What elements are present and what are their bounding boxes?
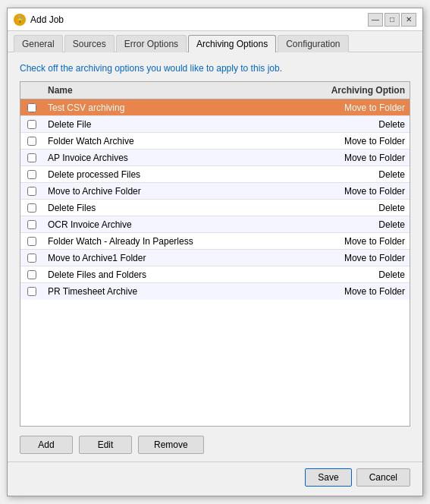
main-window: 🔒 Add Job — □ ✕ General Sources Error Op… xyxy=(7,8,423,496)
row-option: Delete xyxy=(303,200,410,216)
tab-configuration[interactable]: Configuration xyxy=(278,35,348,52)
row-name: Test CSV archiving xyxy=(43,100,303,115)
table-body: Test CSV archivingMove to FolderDelete F… xyxy=(20,99,410,300)
action-buttons: Add Edit Remove xyxy=(20,436,410,454)
row-checkbox-cell xyxy=(20,269,43,281)
header-name: Name xyxy=(43,82,303,99)
row-checkbox-cell xyxy=(20,202,43,214)
window-title: Add Job xyxy=(30,14,368,25)
table-row[interactable]: Delete Files and FoldersDelete xyxy=(20,266,410,283)
archiving-options-table: Name Archiving Option Test CSV archiving… xyxy=(20,81,410,427)
row-name: Move to Archive Folder xyxy=(43,184,303,199)
row-option: Delete xyxy=(303,167,410,182)
row-option: Delete xyxy=(303,117,410,132)
instruction-text: Check off the archiving options you woul… xyxy=(20,63,410,74)
row-option: Delete xyxy=(303,267,410,282)
remove-button[interactable]: Remove xyxy=(138,436,204,454)
row-option: Move to Folder xyxy=(303,184,410,199)
row-checkbox-cell xyxy=(20,118,43,131)
tab-archiving-options[interactable]: Archiving Options xyxy=(188,35,276,52)
title-bar: 🔒 Add Job — □ ✕ xyxy=(8,8,422,31)
row-option: Move to Folder xyxy=(303,234,410,249)
row-checkbox-cell xyxy=(20,235,43,247)
maximize-button[interactable]: □ xyxy=(384,13,400,27)
row-option: Move to Folder xyxy=(303,250,410,266)
row-checkbox[interactable] xyxy=(27,254,36,263)
table-row[interactable]: Delete FilesDelete xyxy=(20,200,410,216)
row-checkbox[interactable] xyxy=(27,137,36,146)
add-button[interactable]: Add xyxy=(20,436,73,454)
row-option: Move to Folder xyxy=(303,284,410,299)
table-row[interactable]: Folder Watch ArchiveMove to Folder xyxy=(20,133,410,150)
row-name: Move to Archive1 Folder xyxy=(43,250,303,266)
table-row[interactable]: Delete processed FilesDelete xyxy=(20,166,410,183)
table-header: Name Archiving Option xyxy=(20,82,410,99)
row-option: Move to Folder xyxy=(303,150,410,165)
tab-content: Check off the archiving options you woul… xyxy=(8,52,422,461)
row-checkbox[interactable] xyxy=(27,187,36,196)
row-checkbox-cell xyxy=(20,219,43,231)
window-icon: 🔒 xyxy=(14,14,26,26)
row-checkbox[interactable] xyxy=(27,203,36,213)
row-option: Delete xyxy=(303,217,410,232)
row-checkbox[interactable] xyxy=(27,120,36,129)
minimize-button[interactable]: — xyxy=(368,13,383,27)
row-checkbox[interactable] xyxy=(27,170,36,179)
row-checkbox[interactable] xyxy=(27,270,36,279)
table-row[interactable]: Delete FileDelete xyxy=(20,116,410,133)
table-row[interactable]: PR Timesheet ArchiveMove to Folder xyxy=(20,283,410,300)
row-checkbox-cell xyxy=(20,252,43,264)
row-checkbox[interactable] xyxy=(27,287,36,296)
row-checkbox[interactable] xyxy=(27,237,36,246)
row-checkbox-cell xyxy=(20,102,43,114)
table-row[interactable]: Folder Watch - Already In PaperlessMove … xyxy=(20,233,410,250)
row-checkbox[interactable] xyxy=(27,103,36,112)
footer: Save Cancel xyxy=(8,461,422,496)
row-option: Move to Folder xyxy=(303,134,410,149)
row-checkbox-cell xyxy=(20,169,43,181)
edit-button[interactable]: Edit xyxy=(79,436,132,454)
row-name: Delete File xyxy=(43,117,303,132)
tab-sources[interactable]: Sources xyxy=(64,35,115,52)
table-row[interactable]: AP Invoice ArchivesMove to Folder xyxy=(20,150,410,166)
row-name: PR Timesheet Archive xyxy=(43,284,303,299)
row-option: Move to Folder xyxy=(303,100,410,115)
table-row[interactable]: OCR Invoice ArchiveDelete xyxy=(20,216,410,233)
table-row[interactable]: Move to Archive1 FolderMove to Folder xyxy=(20,250,410,266)
row-checkbox[interactable] xyxy=(27,220,36,229)
window-controls: — □ ✕ xyxy=(368,13,416,27)
header-option: Archiving Option xyxy=(303,82,410,99)
row-name: AP Invoice Archives xyxy=(43,150,303,165)
row-checkbox-cell xyxy=(20,285,43,298)
row-name: Delete processed Files xyxy=(43,167,303,182)
row-checkbox[interactable] xyxy=(27,153,36,162)
cancel-button[interactable]: Cancel xyxy=(356,468,410,487)
row-name: Folder Watch Archive xyxy=(43,134,303,149)
row-name: OCR Invoice Archive xyxy=(43,217,303,232)
table-row[interactable]: Move to Archive FolderMove to Folder xyxy=(20,183,410,200)
row-checkbox-cell xyxy=(20,185,43,197)
row-name: Folder Watch - Already In Paperless xyxy=(43,234,303,249)
row-checkbox-cell xyxy=(20,152,43,164)
tab-general[interactable]: General xyxy=(14,35,63,52)
save-button[interactable]: Save xyxy=(305,468,351,487)
tab-error-options[interactable]: Error Options xyxy=(116,35,187,52)
row-checkbox-cell xyxy=(20,135,43,147)
row-name: Delete Files xyxy=(43,200,303,216)
header-checkbox-col xyxy=(20,82,43,99)
row-name: Delete Files and Folders xyxy=(43,267,303,282)
tabs-bar: General Sources Error Options Archiving … xyxy=(8,31,422,52)
table-row[interactable]: Test CSV archivingMove to Folder xyxy=(20,99,410,116)
close-button[interactable]: ✕ xyxy=(401,13,416,27)
